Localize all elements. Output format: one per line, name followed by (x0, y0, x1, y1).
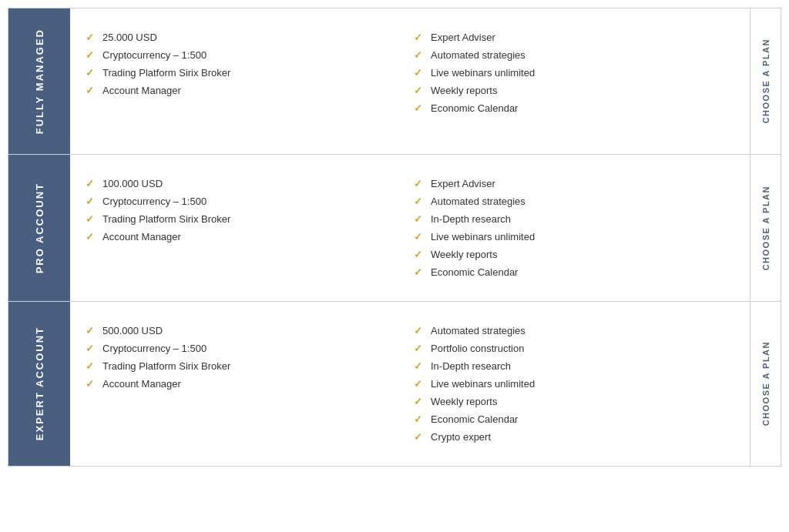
feature-item: ✓Portfolio construction (414, 343, 734, 354)
feature-text: Trading Platform Sirix Broker (102, 67, 230, 79)
feature-item: ✓Trading Platform Sirix Broker (86, 67, 406, 79)
feature-item: ✓Live webinars unlimited (414, 231, 734, 243)
plan-label-fully-managed: FULLY MANAGED (8, 8, 70, 154)
feature-text: Cryptocurrency – 1:500 (102, 343, 206, 354)
feature-item: ✓Expert Adviser (414, 32, 734, 43)
feature-item: ✓In-Depth research (414, 360, 734, 372)
check-icon: ✓ (86, 196, 96, 207)
plan-features-expert-account: ✓500.000 USD✓Cryptocurrency – 1:500✓Trad… (70, 302, 750, 466)
feature-item: ✓Weekly reports (414, 249, 734, 260)
check-icon: ✓ (414, 67, 425, 79)
feature-text: Cryptocurrency – 1:500 (102, 196, 206, 207)
plan-features-fully-managed: ✓25.000 USD✓Cryptocurrency – 1:500✓Tradi… (70, 8, 750, 154)
feature-item: ✓Trading Platform Sirix Broker (86, 360, 406, 372)
feature-item: ✓Expert Adviser (414, 178, 734, 189)
choose-plan-label-pro-account: CHOOSE A PLAN (761, 186, 771, 270)
feature-text: Expert Adviser (431, 178, 495, 189)
feature-text: Live webinars unlimited (431, 378, 535, 390)
feature-item: ✓Live webinars unlimited (414, 67, 734, 79)
feature-item: ✓500.000 USD (86, 325, 406, 336)
check-icon: ✓ (414, 231, 425, 243)
check-icon: ✓ (414, 249, 425, 260)
check-icon: ✓ (414, 325, 425, 336)
feature-item: ✓Account Manager (86, 231, 406, 243)
plan-col2-pro-account: ✓Expert Adviser✓Automated strategies✓In-… (414, 178, 734, 278)
check-icon: ✓ (86, 213, 96, 225)
feature-text: Expert Adviser (431, 32, 495, 43)
plan-col1-expert-account: ✓500.000 USD✓Cryptocurrency – 1:500✓Trad… (86, 325, 406, 443)
check-icon: ✓ (414, 360, 425, 372)
feature-item: ✓Cryptocurrency – 1:500 (86, 196, 406, 207)
feature-item: ✓Economic Calendar (414, 266, 734, 278)
plan-col1-pro-account: ✓100.000 USD✓Cryptocurrency – 1:500✓Trad… (86, 178, 406, 278)
feature-item: ✓Crypto expert (414, 431, 734, 443)
choose-plan-label-expert-account: CHOOSE A PLAN (761, 341, 771, 426)
feature-item: ✓Automated strategies (414, 325, 734, 336)
feature-item: ✓100.000 USD (86, 178, 406, 189)
feature-text: Economic Calendar (431, 266, 518, 278)
plan-row-fully-managed: FULLY MANAGED✓25.000 USD✓Cryptocurrency … (8, 8, 781, 155)
check-icon: ✓ (414, 196, 425, 207)
feature-text: 25.000 USD (102, 32, 157, 43)
check-icon: ✓ (86, 360, 96, 372)
feature-item: ✓Trading Platform Sirix Broker (86, 213, 406, 225)
choose-plan-button-expert-account[interactable]: CHOOSE A PLAN (750, 302, 781, 466)
feature-item: ✓Automated strategies (414, 196, 734, 207)
check-icon: ✓ (414, 266, 425, 278)
check-icon: ✓ (86, 32, 96, 43)
feature-text: Weekly reports (431, 85, 497, 96)
plan-col2-expert-account: ✓Automated strategies✓Portfolio construc… (414, 325, 734, 443)
check-icon: ✓ (86, 49, 96, 61)
feature-item: ✓Weekly reports (414, 396, 734, 407)
feature-text: Crypto expert (431, 431, 491, 443)
check-icon: ✓ (414, 213, 425, 225)
plan-row-expert-account: EXPERT ACCOUNT✓500.000 USD✓Cryptocurrenc… (8, 302, 781, 466)
check-icon: ✓ (86, 325, 96, 336)
feature-item: ✓Account Manager (86, 85, 406, 96)
plan-col1-fully-managed: ✓25.000 USD✓Cryptocurrency – 1:500✓Tradi… (86, 32, 406, 131)
feature-item: ✓25.000 USD (86, 32, 406, 43)
feature-item: ✓Live webinars unlimited (414, 378, 734, 390)
plan-title-expert-account: EXPERT ACCOUNT (34, 326, 45, 440)
check-icon: ✓ (414, 32, 425, 43)
plan-label-pro-account: PRO ACCOUNT (8, 155, 70, 301)
check-icon: ✓ (414, 178, 425, 189)
feature-text: Trading Platform Sirix Broker (102, 213, 230, 225)
check-icon: ✓ (86, 85, 96, 96)
check-icon: ✓ (414, 102, 425, 114)
check-icon: ✓ (414, 431, 425, 443)
feature-item: ✓Cryptocurrency – 1:500 (86, 343, 406, 354)
feature-text: Trading Platform Sirix Broker (102, 360, 230, 372)
plan-features-pro-account: ✓100.000 USD✓Cryptocurrency – 1:500✓Trad… (70, 155, 750, 301)
plan-title-pro-account: PRO ACCOUNT (34, 182, 45, 273)
feature-text: In-Depth research (431, 213, 511, 225)
feature-text: In-Depth research (431, 360, 511, 372)
check-icon: ✓ (86, 378, 96, 390)
feature-item: ✓In-Depth research (414, 213, 734, 225)
choose-plan-button-pro-account[interactable]: CHOOSE A PLAN (750, 155, 781, 301)
check-icon: ✓ (86, 343, 96, 354)
check-icon: ✓ (414, 396, 425, 407)
check-icon: ✓ (414, 378, 425, 390)
plans-container: FULLY MANAGED✓25.000 USD✓Cryptocurrency … (8, 8, 781, 467)
feature-item: ✓Economic Calendar (414, 413, 734, 425)
check-icon: ✓ (86, 67, 96, 79)
feature-item: ✓Economic Calendar (414, 102, 734, 114)
check-icon: ✓ (86, 178, 96, 189)
feature-text: Cryptocurrency – 1:500 (102, 49, 206, 61)
feature-item: ✓Account Manager (86, 378, 406, 390)
choose-plan-button-fully-managed[interactable]: CHOOSE A PLAN (750, 8, 781, 154)
check-icon: ✓ (414, 49, 425, 61)
feature-text: Weekly reports (431, 249, 497, 260)
feature-text: Account Manager (102, 378, 181, 390)
feature-text: Live webinars unlimited (431, 231, 535, 243)
plan-row-pro-account: PRO ACCOUNT✓100.000 USD✓Cryptocurrency –… (8, 155, 781, 302)
feature-text: Economic Calendar (431, 102, 518, 114)
feature-text: Account Manager (102, 231, 181, 243)
choose-plan-label-fully-managed: CHOOSE A PLAN (761, 38, 771, 123)
feature-text: Portfolio construction (431, 343, 524, 354)
feature-text: Automated strategies (431, 196, 525, 207)
check-icon: ✓ (86, 231, 96, 243)
check-icon: ✓ (414, 413, 425, 425)
feature-text: Economic Calendar (431, 413, 518, 425)
